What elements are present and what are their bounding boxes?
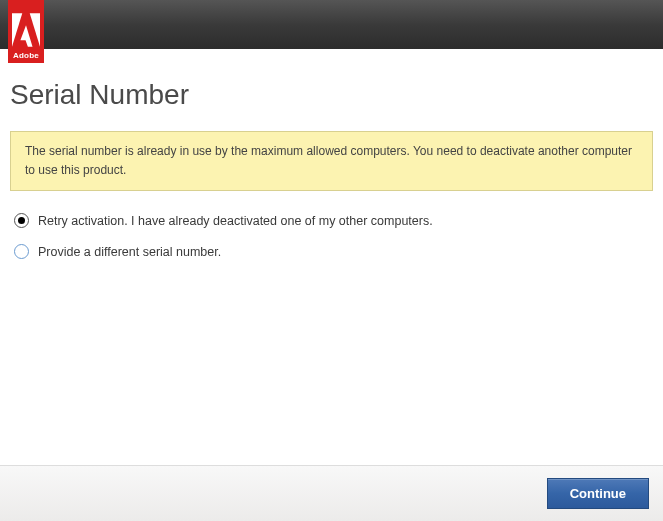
header-bar: Adobe <box>0 0 663 49</box>
adobe-logo: Adobe <box>8 0 44 63</box>
footer-bar: Continue <box>0 465 663 521</box>
radio-icon <box>14 244 29 259</box>
provide-serial-label: Provide a different serial number. <box>38 245 221 259</box>
radio-dot-icon <box>18 217 25 224</box>
page-title: Serial Number <box>10 79 653 111</box>
retry-activation-option[interactable]: Retry activation. I have already deactiv… <box>14 213 653 228</box>
adobe-a-icon <box>12 11 40 49</box>
continue-button[interactable]: Continue <box>547 478 649 509</box>
content-area: Serial Number The serial number is alrea… <box>0 49 663 259</box>
adobe-logo-text: Adobe <box>13 51 39 60</box>
radio-icon <box>14 213 29 228</box>
retry-activation-label: Retry activation. I have already deactiv… <box>38 214 433 228</box>
activation-radio-group: Retry activation. I have already deactiv… <box>10 213 653 259</box>
provide-serial-option[interactable]: Provide a different serial number. <box>14 244 653 259</box>
alert-message: The serial number is already in use by t… <box>10 131 653 191</box>
